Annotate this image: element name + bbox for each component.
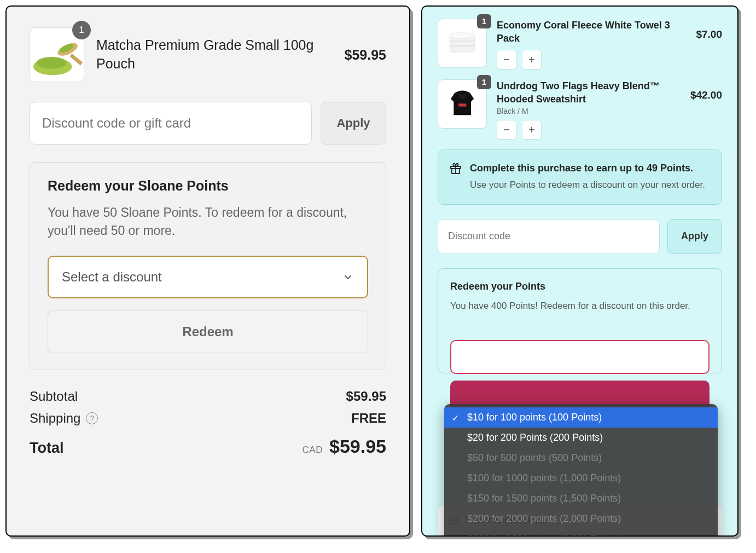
dropdown-option[interactable]: $50 for 500 points (500 Points): [444, 448, 718, 468]
dropdown-option[interactable]: ✓ $10 for 100 points (100 Points): [444, 407, 718, 428]
dropdown-option-label: $200 for 2000 points (2,000 Points): [467, 513, 621, 524]
redeem-title: Redeem your Sloane Points: [48, 178, 368, 194]
qty-controls: [497, 50, 686, 70]
checkout-panel-left: 1 Matcha Premium Grade Small 100g Pouch …: [5, 5, 410, 537]
apply-button[interactable]: Apply: [667, 219, 722, 254]
shipping-row: Shipping ? FREE: [30, 411, 386, 426]
earn-points-box: Complete this purchase to earn up to 49 …: [438, 149, 722, 205]
plus-icon: [528, 56, 536, 64]
qty-badge: 1: [477, 14, 491, 28]
qty-decrease-button[interactable]: [497, 50, 516, 70]
svg-rect-6: [450, 41, 475, 42]
shipping-label: Shipping: [30, 411, 80, 426]
item-price: $42.00: [690, 79, 722, 101]
order-totals: Subtotal $59.95 Shipping ? FREE Total CA…: [30, 389, 386, 457]
qty-controls: [497, 120, 681, 140]
earn-title: Complete this purchase to earn up to 49 …: [470, 161, 705, 176]
item-thumb-wrap: 1: [30, 27, 84, 82]
dropdown-option-label: $20 for 200 Points (200 Points): [467, 432, 603, 443]
item-details: Undrdog Two Flags Heavy Blend™ Hooded Sw…: [497, 79, 681, 140]
total-row: Total CAD $59.95: [30, 436, 386, 457]
svg-rect-5: [450, 45, 475, 47]
item-variant: Black / M: [497, 107, 681, 116]
discount-row: Apply: [438, 219, 722, 254]
qty-decrease-button[interactable]: [497, 120, 516, 140]
item-details: Economy Coral Fleece White Towel 3 Pack: [497, 19, 686, 70]
cart-item: 1 Matcha Premium Grade Small 100g Pouch …: [30, 27, 386, 82]
cart-item: 1 Undrdog Two Flags Heavy Blend™ Hooded …: [438, 79, 722, 140]
dropdown-option-label: $300 for 3000 points (3,000 Points): [467, 533, 621, 537]
dropdown-option[interactable]: $300 for 3000 points (3,000 Points): [444, 529, 718, 537]
svg-rect-11: [458, 104, 466, 107]
qty-increase-button[interactable]: [522, 50, 542, 70]
subtotal-row: Subtotal $59.95: [30, 389, 386, 404]
gift-icon: [449, 162, 462, 175]
minus-icon: [503, 126, 510, 134]
item-price: $7.00: [696, 19, 722, 41]
dropdown-option-label: $150 for 1500 points (1,500 Points): [467, 493, 621, 504]
earn-description: Use your Points to redeem a discount on …: [470, 178, 705, 192]
discount-row: Apply: [30, 102, 386, 145]
svg-point-7: [450, 33, 475, 39]
redeem-description: You have 50 Sloane Points. To redeem for…: [48, 204, 368, 240]
towel-icon: [443, 24, 481, 62]
qty-badge: 1: [72, 21, 91, 39]
redeem-description: You have 400 Points! Redeem for a discou…: [450, 299, 710, 313]
currency-code: CAD: [303, 445, 323, 456]
check-icon: ✓: [452, 412, 459, 423]
apply-button[interactable]: Apply: [321, 102, 386, 145]
item-name: Matcha Premium Grade Small 100g Pouch: [96, 36, 333, 73]
redeem-button[interactable]: Redeem: [48, 310, 368, 353]
qty-increase-button[interactable]: [522, 120, 542, 140]
redeem-points-box: Redeem your Points You have 400 Points! …: [438, 268, 722, 374]
item-name: Economy Coral Fleece White Towel 3 Pack: [497, 19, 686, 45]
item-name: Undrdog Two Flags Heavy Blend™ Hooded Sw…: [497, 79, 681, 106]
subtotal-label: Subtotal: [30, 389, 78, 404]
total-value: $59.95: [329, 436, 386, 457]
dropdown-option[interactable]: $100 for 1000 points (1,000 Points): [444, 468, 718, 488]
dropdown-option-label: $50 for 500 points (500 Points): [467, 452, 602, 463]
select-placeholder: Select a discount: [62, 269, 162, 285]
item-thumb-wrap: 1: [438, 19, 487, 68]
minus-icon: [503, 56, 510, 64]
svg-point-1: [37, 57, 67, 69]
hoodie-icon: [443, 84, 481, 123]
help-icon[interactable]: ?: [86, 412, 98, 424]
discount-dropdown[interactable]: ✓ $10 for 100 points (100 Points) $20 fo…: [444, 404, 718, 537]
discount-select[interactable]: [450, 340, 710, 374]
shipping-value: FREE: [351, 411, 386, 426]
discount-code-input[interactable]: [438, 219, 660, 254]
dropdown-option[interactable]: $200 for 2000 points (2,000 Points): [444, 509, 718, 529]
qty-badge: 1: [477, 75, 491, 89]
item-thumb-wrap: 1: [438, 79, 487, 129]
dropdown-option-label: $100 for 1000 points (1,000 Points): [467, 473, 621, 483]
discount-select[interactable]: Select a discount: [48, 256, 368, 298]
dropdown-option-label: $10 for 100 points (100 Points): [467, 412, 602, 423]
redeem-title: Redeem your Points: [450, 281, 710, 292]
subtotal-value: $59.95: [346, 389, 386, 404]
chevron-down-icon: [342, 271, 354, 283]
cart-item: 1 Economy Coral Fleece White Towel 3 Pac…: [438, 19, 722, 70]
total-label: Total: [30, 440, 64, 457]
redeem-points-box: Redeem your Sloane Points You have 50 Sl…: [30, 162, 386, 370]
checkout-panel-right: 1 Economy Coral Fleece White Towel 3 Pac…: [421, 5, 738, 537]
discount-code-input[interactable]: [30, 102, 312, 145]
dropdown-option[interactable]: $150 for 1500 points (1,500 Points): [444, 488, 718, 509]
plus-icon: [528, 126, 536, 134]
dropdown-option[interactable]: $20 for 200 Points (200 Points): [444, 428, 718, 448]
item-price: $59.95: [345, 47, 386, 63]
